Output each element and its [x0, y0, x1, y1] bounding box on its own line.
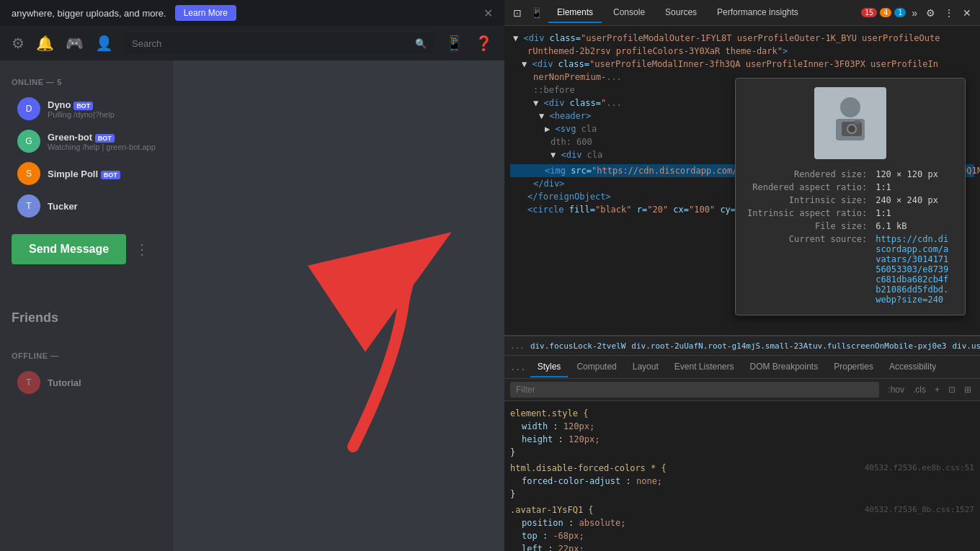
tab-properties[interactable]: Properties — [827, 357, 881, 377]
cls-button[interactable]: .cls — [910, 385, 929, 395]
css-prop-left: left : 22px; — [522, 542, 974, 551]
more-options-button[interactable]: ⋮ — [135, 241, 149, 258]
tab-layout[interactable]: Layout — [625, 357, 666, 377]
tab-computed[interactable]: Computed — [569, 357, 623, 377]
toolbar-icon-6[interactable]: ❓ — [475, 35, 493, 52]
avatar-tucker: T — [17, 194, 40, 218]
top-banner: anywhere, bigger uploads, and more. Lear… — [0, 0, 504, 26]
tab-event-listeners[interactable]: Event Listeners — [667, 357, 741, 377]
warning-badge: 4 — [880, 8, 891, 17]
user-item-tutorial[interactable]: T Tutorial — [6, 367, 167, 398]
css-rule-forced-colors: 40532.f2536.ee8b.css:51 html.disable-for… — [510, 462, 974, 501]
css-props-2: forced-color-adjust : none; — [510, 475, 974, 488]
devtools-tab-performance[interactable]: Performance insights — [708, 3, 807, 23]
user-item-dyno[interactable]: D Dyno BOT Pulling /dyno|?help — [6, 93, 167, 125]
css-prop-top: top : -68px; — [522, 529, 974, 542]
offline-section-header: OFFLINE — — [0, 346, 173, 366]
css-source-3: 40532.f2536_8b.css:1527 — [865, 503, 974, 516]
devtools-device-icon[interactable]: 📱 — [527, 4, 545, 22]
bot-badge-simplepoll: BOT — [101, 171, 120, 179]
bot-badge-dyno: BOT — [74, 102, 93, 110]
devtools-right-icons: 15 4 1 » ⚙ ⋮ ✕ — [861, 4, 974, 22]
settings-icon[interactable]: ⚙ — [923, 4, 938, 22]
hov-button[interactable]: :hov — [885, 385, 907, 395]
toolbar-icon-1[interactable]: ⚙ — [12, 35, 24, 52]
tab-dom-breakpoints[interactable]: DOM Breakpoints — [743, 357, 826, 377]
devtools-tab-elements[interactable]: Elements — [548, 3, 602, 23]
close-banner-icon[interactable]: ✕ — [484, 6, 493, 20]
layout-btn[interactable]: ⊞ — [961, 385, 974, 395]
devtools-toolbar: ⊡ 📱 Elements Console Sources Performance… — [504, 0, 980, 26]
css-prop-position: position : absolute; — [522, 516, 974, 529]
css-selector-3: .avatar-1YsFQ1 { — [510, 505, 594, 515]
toolbar-icon-5[interactable]: 📱 — [445, 35, 463, 52]
avatar-simplepoll: S — [17, 162, 40, 185]
html-tree: ▼ <div class="userProfileModalOuter-1FYL… — [504, 26, 980, 336]
discord-content: ONLINE — 5 D Dyno BOT Pulling /dyno|?hel… — [0, 61, 504, 551]
svg-point-2 — [840, 97, 860, 117]
css-prop-forced: forced-color-adjust : none; — [522, 475, 974, 488]
devtools-inspect-icon[interactable]: ⊡ — [510, 4, 525, 22]
tree-line-1: ▼ <div class="userProfileModalOuter-1FYL… — [510, 32, 974, 45]
send-message-button[interactable]: Send Message — [12, 234, 126, 264]
learn-more-button[interactable]: Learn More — [175, 5, 236, 21]
toolbar-icon-4[interactable]: 👤 — [95, 35, 113, 52]
avatar-preview-image — [814, 87, 886, 159]
toolbar-icon-2[interactable]: 🔔 — [36, 35, 54, 52]
css-source-2: 40532.f2536.ee8b.css:51 — [865, 462, 974, 475]
breadcrumb-item-2[interactable]: div.root-2uUafN.root-g14mjS.small-23Atuv… — [631, 341, 946, 351]
bottom-dots: ... — [510, 362, 526, 372]
breadcrumb-item-1[interactable]: div.focusLock-2tvelW — [530, 341, 625, 351]
preview-info-table: Rendered size: 120 × 120 px Rendered asp… — [744, 168, 956, 306]
user-item-simplepoll[interactable]: S Simple Poll BOT — [6, 158, 167, 189]
current-source-row: Current source: https://cdn.discordapp.c… — [744, 233, 956, 306]
breadcrumb-bar: ... div.focusLock-2tvelW div.root-2uUafN… — [504, 336, 980, 356]
tab-accessibility[interactable]: Accessibility — [882, 357, 943, 377]
user-item-greenbot[interactable]: G Green-bot BOT Watching /help | green-b… — [6, 125, 167, 157]
toggle-sidebar-btn[interactable]: ⊡ — [945, 385, 958, 395]
toolbar-icon-3[interactable]: 🎮 — [66, 35, 84, 52]
sidebar: ONLINE — 5 D Dyno BOT Pulling /dyno|?hel… — [0, 61, 173, 551]
css-prop-height: height : 120px; — [522, 433, 974, 446]
tree-line-3: ▼ <div class="userProfileModalInner-3fh3… — [510, 58, 974, 71]
bottom-tabs: ... Styles Computed Layout Event Listene… — [504, 356, 980, 379]
breadcrumb-dots: ... — [510, 341, 525, 351]
avatar-dyno: D — [17, 97, 40, 120]
avatar-tutorial: T — [17, 371, 40, 394]
css-selector-2: html.disable-forced-colors * { — [510, 463, 667, 473]
close-devtools-icon[interactable]: ✕ — [960, 4, 974, 22]
css-props-3: position : absolute; top : -68px; left :… — [510, 516, 974, 551]
source-link[interactable]: https://cdn.discordapp.com/avatars/30141… — [876, 234, 948, 305]
svg-rect-7 — [855, 120, 860, 124]
css-close-1: } — [510, 447, 515, 457]
devtools-tab-console[interactable]: Console — [605, 3, 654, 23]
css-close-2: } — [510, 489, 515, 499]
more-options-devtools[interactable]: ⋮ — [941, 4, 957, 22]
css-selector-1: element.style { — [510, 408, 588, 418]
devtools-body: ▼ <div class="userProfileModalOuter-1FYL… — [504, 26, 980, 551]
user-name-greenbot: Green-bot BOT Watching /help | green-bot… — [48, 132, 161, 151]
friends-section: Friends — [0, 305, 173, 331]
css-prop-width: width : 120px; — [522, 420, 974, 433]
image-preview-popup: Rendered size: 120 × 120 px Rendered asp… — [735, 78, 966, 315]
user-item-tucker[interactable]: T Tucker — [6, 190, 167, 222]
more-tabs-button[interactable]: » — [909, 4, 920, 22]
devtools-tab-sources[interactable]: Sources — [656, 3, 705, 23]
style-filter-bar: :hov .cls + ⊡ ⊞ — [504, 379, 980, 401]
tab-styles[interactable]: Styles — [530, 357, 569, 377]
preview-image-container — [814, 87, 886, 159]
rendered-aspect-row: Rendered aspect ratio: 1:1 — [744, 181, 956, 194]
user-name-dyno: Dyno BOT Pulling /dyno|?help — [48, 99, 161, 119]
search-bar[interactable]: Search 🔍 — [125, 33, 434, 53]
action-buttons-area: Send Message ⋮ — [0, 223, 173, 276]
css-props-1: width : 120px; height : 120px; — [510, 420, 974, 446]
rendered-size-row: Rendered size: 120 × 120 px — [744, 168, 956, 181]
online-section-header: ONLINE — 5 — [0, 72, 173, 92]
breadcrumb-item-3[interactable]: div.userProfileM ... — [952, 341, 980, 351]
filter-input[interactable] — [510, 382, 879, 398]
user-name-tucker: Tucker — [48, 201, 161, 212]
user-name-tutorial: Tutorial — [48, 377, 161, 388]
bot-badge-greenbot: BOT — [95, 134, 115, 143]
add-style-btn[interactable]: + — [932, 385, 943, 395]
intrinsic-aspect-row: Intrinsic aspect ratio: 1:1 — [744, 207, 956, 220]
